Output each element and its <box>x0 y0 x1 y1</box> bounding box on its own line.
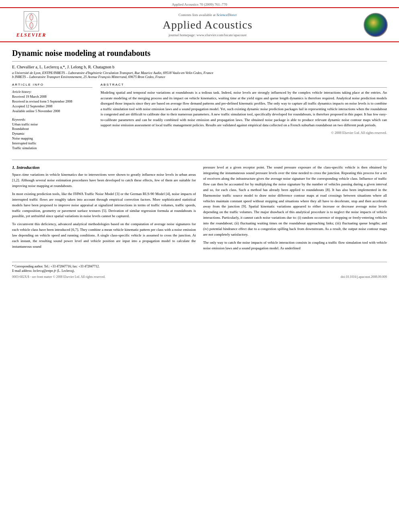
abstract-label: ABSTRACT <box>101 83 387 88</box>
right-para-2: The only way to catch the noise impacts … <box>203 240 387 251</box>
footer-doi: doi:10.1016/j.apacoust.2008.09.009 <box>341 275 387 279</box>
copyright-line: © 2008 Elsevier Ltd. All rights reserved… <box>101 131 387 135</box>
footer-copyright: 0003-682X/$ - see front matter © 2008 El… <box>12 275 105 279</box>
article-history: Article history: Received 19 March 2008 … <box>12 90 93 114</box>
article-title: Dynamic noise modeling at roundabouts <box>12 49 387 62</box>
email-address: leclercq@entpe.fr <box>33 269 56 273</box>
accepted-date: Accepted 12 September 2008 <box>12 104 93 109</box>
elsevier-wordmark: ELSEVIER <box>16 32 47 38</box>
keyword-4: Noise mapping <box>12 136 93 141</box>
keywords-label: Keywords: <box>12 118 93 121</box>
page: Applied Acoustics 70 (2009) 761–770 ELSE… <box>0 0 399 279</box>
keyword-5: Interrupted traffic <box>12 141 93 146</box>
body-left-column: 1. Introduction Space–time variations in… <box>12 165 196 254</box>
elsevier-icon-svg <box>24 12 39 31</box>
keyword-3: Dynamic <box>12 131 93 136</box>
keywords-group: Keywords: Urban traffic noise Roundabout… <box>12 118 93 151</box>
received-date: Received 19 March 2008 <box>12 94 93 99</box>
elsevier-logo-block: ELSEVIER <box>7 11 56 38</box>
article-info-column: ARTICLE INFO Article history: Received 1… <box>12 83 93 155</box>
journal-center-info: Contents lists available at ScienceDirec… <box>56 13 360 37</box>
abstract-text: Modeling spatial and temporal noise vari… <box>101 90 387 128</box>
affiliations: a Université de Lyon, ENTPE/INRETS – Lab… <box>12 71 387 79</box>
introduction-heading: 1. Introduction <box>12 165 196 170</box>
journal-logo-circle <box>364 13 388 37</box>
keyword-6: Traffic simulation <box>12 146 93 151</box>
body-columns: 1. Introduction Space–time variations in… <box>12 165 387 254</box>
article-info-abstract: ARTICLE INFO Article history: Received 1… <box>12 83 387 155</box>
journal-title: Applied Acoustics <box>56 18 360 31</box>
article-info-label: ARTICLE INFO <box>12 83 93 88</box>
journal-homepage: journal homepage: www.elsevier.com/locat… <box>56 33 360 37</box>
keyword-1: Urban traffic noise <box>12 122 93 127</box>
history-label: Article history: <box>12 90 93 94</box>
intro-para-3: To circumvent this deficiency, advanced … <box>12 222 196 250</box>
sciencedirect-line: Contents lists available at ScienceDirec… <box>56 13 360 17</box>
email-note: E-mail address: leclercq@entpe.fr (L. Le… <box>12 269 387 273</box>
journal-reference: Applied Acoustics 70 (2009) 761–770 <box>0 0 399 7</box>
revised-date: Received in revised form 5 September 200… <box>12 99 93 104</box>
main-content: Dynamic noise modeling at roundabouts E.… <box>0 42 399 258</box>
page-footer: * Corresponding author. Tel.: +33 472047… <box>12 262 387 279</box>
intro-para-2: In most existing prediction tools, like … <box>12 191 196 220</box>
body-right-column: pressure level at a given receptor point… <box>203 165 387 254</box>
authors: E. Chevallier a, L. Leclercq a,*, J. Lel… <box>12 65 387 69</box>
journal-logo-right <box>360 13 392 37</box>
footer-bottom: 0003-682X/$ - see front matter © 2008 El… <box>12 275 387 279</box>
sciencedirect-link[interactable]: ScienceDirect <box>216 13 237 17</box>
section-divider <box>12 160 387 160</box>
corresponding-author-note: * Corresponding author. Tel.: +33 472047… <box>12 265 387 268</box>
intro-para-1: Space–time variations in vehicle kinemat… <box>12 172 196 189</box>
abstract-column: ABSTRACT Modeling spatial and temporal n… <box>101 83 387 155</box>
right-para-1: pressure level at a given receptor point… <box>203 165 387 238</box>
journal-header: ELSEVIER Contents lists available at Sci… <box>0 7 399 42</box>
keyword-2: Roundabout <box>12 127 93 131</box>
online-date: Available online 5 November 2008 <box>12 109 93 114</box>
